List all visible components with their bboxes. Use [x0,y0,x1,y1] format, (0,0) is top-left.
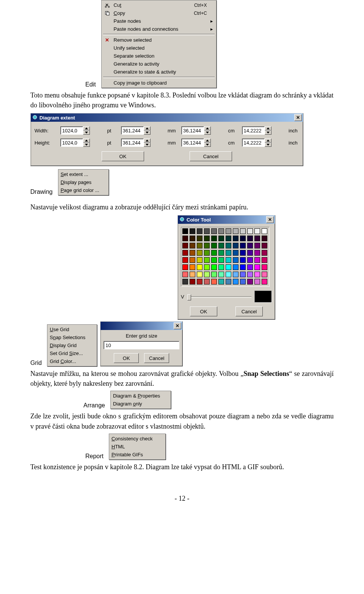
menu-item-cut[interactable]: Cut Ctrl+X [102,1,215,9]
ok-button[interactable]: OK [102,151,144,161]
color-swatch[interactable] [247,236,253,241]
color-swatch[interactable] [262,264,267,270]
color-swatch[interactable] [262,272,267,277]
color-swatch[interactable] [204,243,210,248]
menu-item-page-grid-color[interactable]: Page grid color ... [59,186,108,194]
value-slider[interactable] [187,294,251,300]
color-swatch[interactable] [247,264,253,270]
color-swatch[interactable] [218,264,224,270]
menu-item-display-pages[interactable]: Display pages [59,178,108,186]
color-swatch[interactable] [262,243,267,248]
color-swatch[interactable] [254,228,260,234]
width-pt-spin[interactable] [60,126,104,135]
color-swatch[interactable] [226,250,231,256]
color-swatch[interactable] [190,257,195,263]
color-swatch[interactable] [204,264,210,270]
color-swatch[interactable] [204,236,210,241]
color-swatch[interactable] [197,243,202,248]
width-cm-spin[interactable] [181,126,225,135]
color-swatch[interactable] [262,228,267,234]
color-swatch[interactable] [204,228,210,234]
color-swatch[interactable] [240,243,246,248]
color-swatch[interactable] [240,250,246,256]
grid-size-input[interactable] [104,341,179,349]
menu-item-html[interactable]: HTML [110,443,165,451]
color-swatch[interactable] [233,279,238,284]
color-swatch[interactable] [226,236,231,241]
color-swatch[interactable] [262,250,267,256]
color-swatch[interactable] [254,264,260,270]
color-swatch[interactable] [182,243,188,248]
close-button[interactable]: ✕ [174,322,181,329]
menu-item-copy[interactable]: Copy Ctrl+C [102,9,215,17]
height-cm-input[interactable] [181,138,204,147]
color-swatch[interactable] [204,272,210,277]
color-swatch[interactable] [254,236,260,241]
color-swatch[interactable] [218,279,224,284]
color-swatch[interactable] [240,279,246,284]
color-swatch[interactable] [240,228,246,234]
color-swatch[interactable] [218,257,224,263]
color-swatch[interactable] [226,243,231,248]
color-swatch[interactable] [226,279,231,284]
height-mm-input[interactable] [121,138,144,147]
close-button[interactable]: ✕ [294,114,302,121]
color-swatch[interactable] [233,236,238,241]
color-swatch[interactable] [247,250,253,256]
menu-item-consistency-check[interactable]: Consistency check [110,435,165,443]
color-swatch[interactable] [233,243,238,248]
color-swatch[interactable] [190,243,195,248]
color-swatch[interactable] [233,264,238,270]
color-swatch[interactable] [233,228,238,234]
color-swatch[interactable] [254,243,260,248]
color-swatch[interactable] [226,264,231,270]
color-swatch[interactable] [226,228,231,234]
width-mm-spin[interactable] [121,126,165,135]
color-swatch[interactable] [182,264,188,270]
color-swatch[interactable] [247,243,253,248]
menu-item-remove-selected[interactable]: ✕ Remove selected [102,36,215,44]
color-swatch[interactable] [190,236,195,241]
height-pt-spin[interactable] [60,138,104,147]
width-cm-input[interactable] [181,126,204,135]
close-button[interactable]: ✕ [266,216,274,223]
color-swatch[interactable] [197,264,202,270]
color-swatch[interactable] [190,250,195,256]
color-swatch[interactable] [226,257,231,263]
color-swatch[interactable] [218,236,224,241]
color-swatch[interactable] [211,250,217,256]
cancel-button[interactable]: Cancel [190,151,232,161]
menu-item-display-grid[interactable]: Display Grid [48,341,96,349]
color-swatch[interactable] [182,279,188,284]
color-swatch[interactable] [240,236,246,241]
color-swatch[interactable] [218,272,224,277]
color-swatch[interactable] [247,257,253,263]
spin-up-icon[interactable] [83,126,90,130]
height-pt-input[interactable] [60,138,83,147]
cancel-button[interactable]: Cancel [144,353,169,363]
color-swatch[interactable] [211,264,217,270]
color-swatch[interactable] [197,236,202,241]
color-swatch[interactable] [197,257,202,263]
ok-button[interactable]: OK [190,306,217,316]
height-mm-spin[interactable] [121,138,165,147]
menu-item-diagram-only[interactable]: Diagram only [111,400,170,408]
menu-item-snap-selections[interactable]: Snap Selections [48,333,96,341]
color-swatch[interactable] [211,279,217,284]
color-swatch[interactable] [262,279,267,284]
color-swatch[interactable] [190,279,195,284]
color-swatch[interactable] [211,236,217,241]
color-swatch[interactable] [190,272,195,277]
color-swatch[interactable] [204,250,210,256]
color-swatch[interactable] [226,272,231,277]
width-pt-input[interactable] [60,126,83,135]
color-swatch[interactable] [233,257,238,263]
color-swatch[interactable] [254,250,260,256]
color-swatch[interactable] [240,264,246,270]
menu-item-printable-gifs[interactable]: Printable GIFs [110,451,165,459]
color-swatch[interactable] [247,279,253,284]
color-swatch[interactable] [247,228,253,234]
color-swatch[interactable] [240,257,246,263]
color-swatch[interactable] [240,272,246,277]
color-swatch[interactable] [182,228,188,234]
